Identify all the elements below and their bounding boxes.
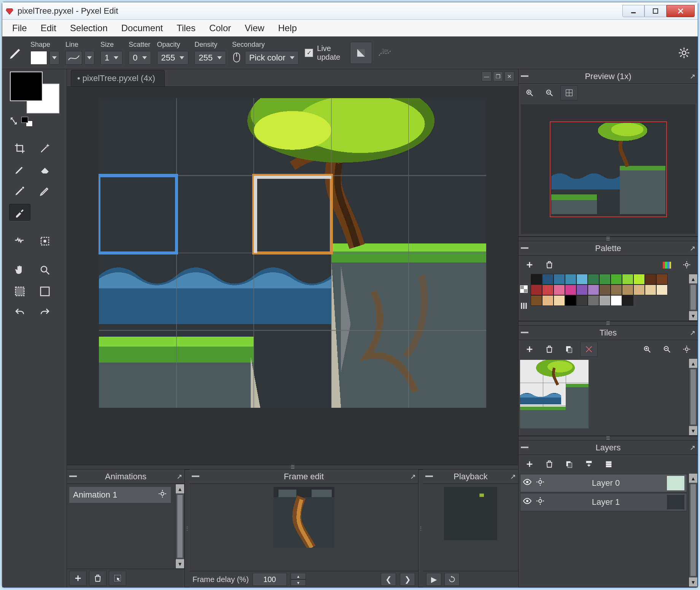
palette-swatch[interactable]: [622, 295, 633, 306]
preview-viewport[interactable]: [521, 104, 695, 234]
window-close-button[interactable]: [667, 5, 695, 17]
preview-zoom-out[interactable]: [541, 85, 558, 100]
panel-splitter-h[interactable]: ☰: [67, 465, 518, 469]
palette-spectrum-button[interactable]: [658, 257, 676, 272]
tiles-none-button[interactable]: [580, 342, 598, 357]
panel-popout-button[interactable]: ↗: [410, 472, 416, 481]
palette-swatch[interactable]: [611, 274, 622, 285]
tiles-settings-button[interactable]: [678, 342, 695, 357]
layer-settings-button[interactable]: [536, 496, 545, 508]
layer-row[interactable]: Layer 1: [520, 493, 687, 511]
palette-swatch[interactable]: [611, 285, 622, 295]
panel-collapse-button[interactable]: [521, 75, 528, 77]
palette-grid[interactable]: [531, 274, 687, 306]
panel-splitter-h[interactable]: ☰: [519, 436, 698, 441]
tool-pencil[interactable]: [9, 161, 30, 178]
palette-swatch[interactable]: [542, 285, 554, 295]
palette-swatch[interactable]: [542, 274, 554, 285]
frame-delay-step-up[interactable]: ▴: [291, 573, 306, 579]
palette-swatch[interactable]: [656, 274, 668, 285]
doc-restore-button[interactable]: ❐: [493, 72, 503, 81]
tiles-grid[interactable]: [520, 360, 589, 428]
play-button[interactable]: ▶: [426, 573, 441, 586]
palette-swatch[interactable]: [622, 285, 633, 295]
palette-swatch[interactable]: [542, 295, 554, 306]
shape-dropdown[interactable]: [49, 51, 59, 65]
layer-duplicate-button[interactable]: [560, 456, 578, 472]
menu-color[interactable]: Color: [203, 21, 237, 35]
panel-splitter-v[interactable]: ⋮: [185, 469, 189, 587]
panel-popout-button[interactable]: ↗: [690, 72, 695, 81]
color-swatch-block[interactable]: [10, 72, 59, 113]
layers-scrollbar[interactable]: ▴▾: [689, 473, 698, 587]
animation-settings-button[interactable]: [158, 489, 167, 501]
panel-popout-button[interactable]: ↗: [690, 444, 695, 452]
line-dropdown[interactable]: [84, 51, 94, 65]
tiles-duplicate-button[interactable]: [560, 342, 578, 357]
tool-eraser[interactable]: [34, 161, 56, 178]
palette-swatch[interactable]: [565, 274, 576, 285]
add-animation-button[interactable]: [69, 571, 87, 586]
tiles-add-button[interactable]: [521, 342, 538, 357]
tool-select-rect[interactable]: [9, 283, 30, 300]
layer-visibility-toggle[interactable]: [523, 496, 532, 508]
preview-zoom-in[interactable]: [521, 85, 538, 100]
tool-crop[interactable]: [9, 140, 30, 157]
palette-swatch[interactable]: [565, 295, 576, 306]
doc-minimize-button[interactable]: —: [482, 72, 492, 81]
panel-collapse-button[interactable]: [521, 247, 528, 249]
secondary-dropdown[interactable]: Pick color: [245, 51, 299, 65]
palette-swatch[interactable]: [531, 274, 542, 285]
shape-swatch[interactable]: [30, 51, 47, 65]
palette-swatch[interactable]: [599, 274, 611, 285]
tiles-zoom-in[interactable]: [638, 342, 656, 357]
anim-select-button[interactable]: [109, 571, 126, 586]
loop-button[interactable]: [444, 573, 460, 586]
tool-redo[interactable]: [34, 304, 56, 321]
scatter-dropdown[interactable]: 0: [129, 51, 151, 65]
palette-swatch[interactable]: [531, 285, 542, 295]
live-update-checkbox[interactable]: ✓: [305, 49, 313, 57]
panel-popout-button[interactable]: ↗: [690, 329, 695, 337]
tool-highlight[interactable]: [34, 183, 56, 199]
opacity-dropdown[interactable]: 255: [157, 51, 189, 65]
size-dropdown[interactable]: 1: [100, 51, 123, 65]
menu-selection[interactable]: Selection: [64, 21, 114, 35]
palette-swatch[interactable]: [588, 274, 599, 285]
palette-swatch[interactable]: [554, 285, 565, 295]
panel-popout-button[interactable]: ↗: [690, 244, 695, 253]
palette-swatch[interactable]: [576, 295, 588, 306]
layer-merge-down-button[interactable]: [580, 456, 598, 472]
pixel-canvas[interactable]: [99, 98, 487, 408]
preview-grid-button[interactable]: [560, 85, 578, 100]
palette-swatch[interactable]: [611, 295, 622, 306]
panel-collapse-button[interactable]: [425, 475, 433, 477]
palette-swatch[interactable]: [554, 274, 565, 285]
palette-swatch[interactable]: [633, 285, 645, 295]
palette-swatch[interactable]: [633, 274, 645, 285]
frame-delay-input[interactable]: [253, 573, 287, 586]
palette-swatch[interactable]: [599, 285, 611, 295]
menu-document[interactable]: Document: [115, 21, 169, 35]
tiles-scrollbar[interactable]: ▴▾: [689, 358, 698, 436]
layer-settings-button[interactable]: [536, 477, 545, 489]
layer-add-button[interactable]: [521, 456, 538, 472]
tool-zoom[interactable]: [34, 262, 56, 278]
tool-tile-select[interactable]: [34, 233, 56, 250]
prev-frame-button[interactable]: ❮: [381, 573, 396, 586]
window-maximize-button[interactable]: [644, 5, 667, 17]
palette-settings-button[interactable]: [678, 257, 695, 272]
layer-delete-button[interactable]: [541, 456, 558, 472]
palette-swatch[interactable]: [588, 285, 599, 295]
panel-popout-button[interactable]: ↗: [177, 472, 182, 481]
menu-help[interactable]: Help: [272, 21, 303, 35]
canvas-viewport[interactable]: [67, 87, 518, 465]
animation-list-item[interactable]: Animation 1: [69, 487, 171, 503]
menu-edit[interactable]: Edit: [35, 21, 62, 35]
document-tab[interactable]: • pixelTree.pyxel (4x): [71, 70, 165, 86]
tool-undo[interactable]: [9, 304, 30, 321]
panel-splitter-v[interactable]: ⋮: [418, 469, 423, 587]
palette-swatch[interactable]: [645, 285, 656, 295]
palette-swatch[interactable]: [588, 295, 599, 306]
delete-animation-button[interactable]: [89, 571, 107, 586]
